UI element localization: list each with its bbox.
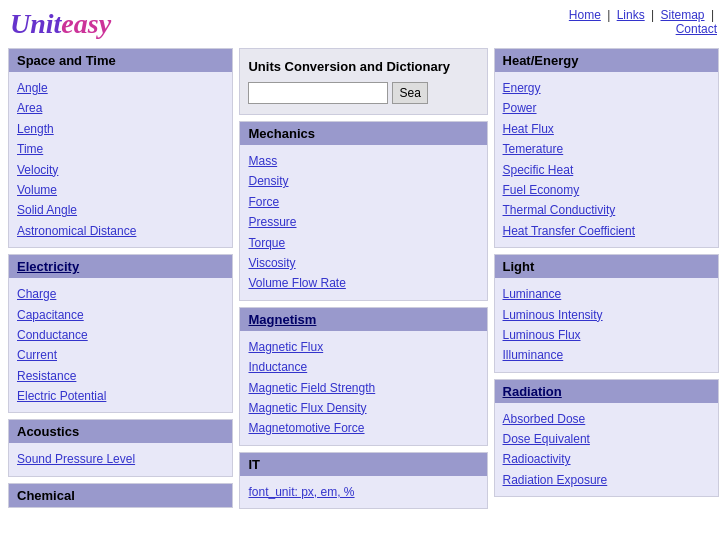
section-title-link-radiation[interactable]: Radiation <box>503 384 562 399</box>
search-button[interactable]: Sea <box>392 82 427 104</box>
section-magnetism: MagnetismMagnetic FluxInductanceMagnetic… <box>239 307 487 446</box>
section-space-time: Space and TimeAngleAreaLengthTimeVelocit… <box>8 48 233 248</box>
section-content-radiation: Absorbed DoseDose EquivalentRadioactivit… <box>495 403 718 497</box>
link-volume[interactable]: Volume <box>17 180 224 200</box>
section-mechanics: MechanicsMassDensityForcePressureTorqueV… <box>239 121 487 301</box>
section-chemical: Chemical <box>8 483 233 508</box>
search-input[interactable] <box>248 82 388 104</box>
link-energy[interactable]: Energy <box>503 78 710 98</box>
section-header-mechanics: Mechanics <box>240 122 486 145</box>
section-header-it: IT <box>240 453 486 476</box>
link-sound-pressure-level[interactable]: Sound Pressure Level <box>17 449 224 469</box>
section-content-heat-energy: EnergyPowerHeat FluxTemeratureSpecific H… <box>495 72 718 247</box>
link-radiation-exposure[interactable]: Radiation Exposure <box>503 470 710 490</box>
link-viscosity[interactable]: Viscosity <box>248 253 478 273</box>
link-conductance[interactable]: Conductance <box>17 325 224 345</box>
section-content-electricity: ChargeCapacitanceConductanceCurrentResis… <box>9 278 232 412</box>
link-charge[interactable]: Charge <box>17 284 224 304</box>
link-absorbed-dose[interactable]: Absorbed Dose <box>503 409 710 429</box>
links-link[interactable]: Links <box>617 8 645 22</box>
section-it: ITfont_unit: px, em, % <box>239 452 487 509</box>
link-illuminance[interactable]: Illuminance <box>503 345 710 365</box>
left-column: Space and TimeAngleAreaLengthTimeVelocit… <box>8 48 233 509</box>
section-content-mechanics: MassDensityForcePressureTorqueViscosityV… <box>240 145 486 300</box>
link-current[interactable]: Current <box>17 345 224 365</box>
link-luminance[interactable]: Luminance <box>503 284 710 304</box>
link-torque[interactable]: Torque <box>248 233 478 253</box>
link-heat-transfer-coefficient[interactable]: Heat Transfer Coefficient <box>503 221 710 241</box>
middle-column: Units Conversion and Dictionary Sea Mech… <box>239 48 487 509</box>
link-magnetomotive-force[interactable]: Magnetomotive Force <box>248 418 478 438</box>
link-pressure[interactable]: Pressure <box>248 212 478 232</box>
link-temerature[interactable]: Temerature <box>503 139 710 159</box>
link-power[interactable]: Power <box>503 98 710 118</box>
link-force[interactable]: Force <box>248 192 478 212</box>
link-font-unit--px--em---[interactable]: font_unit: px, em, % <box>248 482 478 502</box>
link-astronomical-distance[interactable]: Astronomical Distance <box>17 221 224 241</box>
sitemap-link[interactable]: Sitemap <box>661 8 705 22</box>
section-electricity: ElectricityChargeCapacitanceConductanceC… <box>8 254 233 413</box>
link-length[interactable]: Length <box>17 119 224 139</box>
link-luminous-flux[interactable]: Luminous Flux <box>503 325 710 345</box>
link-magnetic-field-strength[interactable]: Magnetic Field Strength <box>248 378 478 398</box>
section-header-magnetism: Magnetism <box>240 308 486 331</box>
section-radiation: RadiationAbsorbed DoseDose EquivalentRad… <box>494 379 719 498</box>
section-header-light: Light <box>495 255 718 278</box>
section-title-link-electricity[interactable]: Electricity <box>17 259 79 274</box>
link-magnetic-flux-density[interactable]: Magnetic Flux Density <box>248 398 478 418</box>
link-volume-flow-rate[interactable]: Volume Flow Rate <box>248 273 478 293</box>
link-thermal-conductivity[interactable]: Thermal Conductivity <box>503 200 710 220</box>
link-electric-potential[interactable]: Electric Potential <box>17 386 224 406</box>
link-specific-heat[interactable]: Specific Heat <box>503 160 710 180</box>
link-angle[interactable]: Angle <box>17 78 224 98</box>
right-column: Heat/EnergyEnergyPowerHeat FluxTemeratur… <box>494 48 719 509</box>
link-solid-angle[interactable]: Solid Angle <box>17 200 224 220</box>
link-mass[interactable]: Mass <box>248 151 478 171</box>
search-row: Sea <box>248 82 478 104</box>
section-content-magnetism: Magnetic FluxInductanceMagnetic Field St… <box>240 331 486 445</box>
link-capacitance[interactable]: Capacitance <box>17 305 224 325</box>
section-title-link-magnetism[interactable]: Magnetism <box>248 312 316 327</box>
section-heat-energy: Heat/EnergyEnergyPowerHeat FluxTemeratur… <box>494 48 719 248</box>
section-content-light: LuminanceLuminous IntensityLuminous Flux… <box>495 278 718 372</box>
link-heat-flux[interactable]: Heat Flux <box>503 119 710 139</box>
link-density[interactable]: Density <box>248 171 478 191</box>
section-header-radiation: Radiation <box>495 380 718 403</box>
section-content-space-time: AngleAreaLengthTimeVelocityVolumeSolid A… <box>9 72 232 247</box>
section-acoustics: AcousticsSound Pressure Level <box>8 419 233 476</box>
section-light: LightLuminanceLuminous IntensityLuminous… <box>494 254 719 373</box>
home-link[interactable]: Home <box>569 8 601 22</box>
link-radioactivity[interactable]: Radioactivity <box>503 449 710 469</box>
logo: Uniteasy <box>10 8 111 40</box>
search-box: Units Conversion and Dictionary Sea <box>239 48 487 115</box>
link-inductance[interactable]: Inductance <box>248 357 478 377</box>
link-dose-equivalent[interactable]: Dose Equivalent <box>503 429 710 449</box>
section-header-space-time: Space and Time <box>9 49 232 72</box>
section-content-it: font_unit: px, em, % <box>240 476 486 508</box>
link-velocity[interactable]: Velocity <box>17 160 224 180</box>
main-container: Space and TimeAngleAreaLengthTimeVelocit… <box>0 44 727 513</box>
contact-link[interactable]: Contact <box>676 22 717 36</box>
section-content-acoustics: Sound Pressure Level <box>9 443 232 475</box>
section-header-acoustics: Acoustics <box>9 420 232 443</box>
section-header-heat-energy: Heat/Energy <box>495 49 718 72</box>
link-fuel-economy[interactable]: Fuel Economy <box>503 180 710 200</box>
link-time[interactable]: Time <box>17 139 224 159</box>
section-header-electricity: Electricity <box>9 255 232 278</box>
header-nav: Home | Links | Sitemap | Contact <box>569 8 717 36</box>
section-header-chemical: Chemical <box>9 484 232 507</box>
link-luminous-intensity[interactable]: Luminous Intensity <box>503 305 710 325</box>
link-area[interactable]: Area <box>17 98 224 118</box>
search-title: Units Conversion and Dictionary <box>248 59 478 74</box>
link-magnetic-flux[interactable]: Magnetic Flux <box>248 337 478 357</box>
header: Uniteasy Home | Links | Sitemap | Contac… <box>0 0 727 44</box>
link-resistance[interactable]: Resistance <box>17 366 224 386</box>
